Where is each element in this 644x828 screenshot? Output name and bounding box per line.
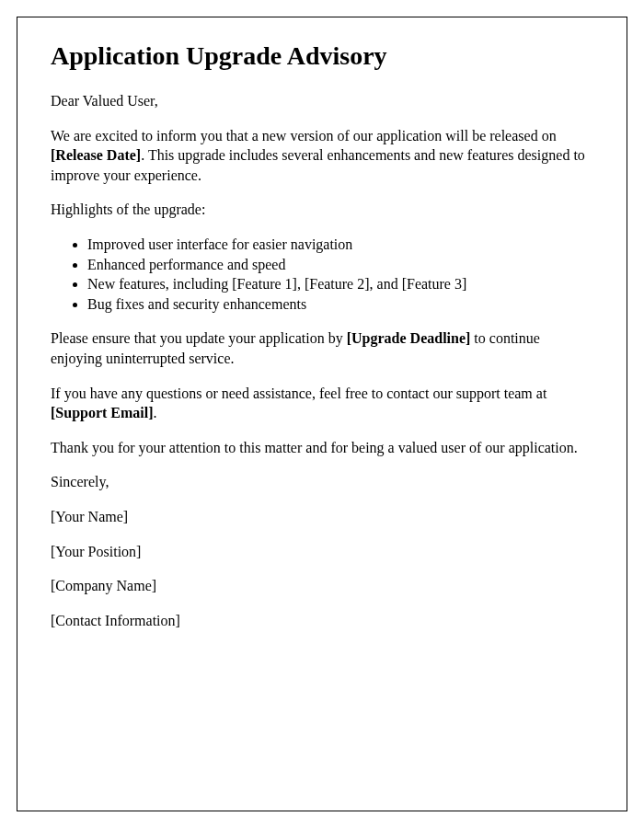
highlight-item: Bug fixes and security enhancements xyxy=(87,294,593,315)
highlight-item: Improved user interface for easier navig… xyxy=(87,235,593,255)
highlights-list: Improved user interface for easier navig… xyxy=(87,235,593,314)
highlight-item: Enhanced performance and speed xyxy=(87,255,593,275)
document-page: Application Upgrade Advisory Dear Valued… xyxy=(17,17,627,811)
support-paragraph: If you have any questions or need assist… xyxy=(51,384,593,423)
release-date-placeholder: [Release Date] xyxy=(51,147,141,163)
intro-paragraph: We are excited to inform you that a new … xyxy=(51,126,593,186)
support-text-2: . xyxy=(154,405,157,420)
highlights-heading: Highlights of the upgrade: xyxy=(51,200,593,220)
deadline-text-1: Please ensure that you update your appli… xyxy=(51,330,347,346)
signature-contact: [Contact Information] xyxy=(51,611,593,631)
support-text-1: If you have any questions or need assist… xyxy=(51,385,546,401)
page-title: Application Upgrade Advisory xyxy=(51,41,593,71)
deadline-paragraph: Please ensure that you update your appli… xyxy=(51,328,593,368)
thanks-paragraph: Thank you for your attention to this mat… xyxy=(51,438,593,458)
closing: Sincerely, xyxy=(51,472,593,492)
signature-company: [Company Name] xyxy=(51,576,593,596)
signature-name: [Your Name] xyxy=(51,507,593,527)
intro-text-1: We are excited to inform you that a new … xyxy=(51,128,557,144)
signature-position: [Your Position] xyxy=(51,542,593,562)
highlight-item: New features, including [Feature 1], [Fe… xyxy=(87,274,593,294)
upgrade-deadline-placeholder: [Upgrade Deadline] xyxy=(347,330,471,346)
salutation: Dear Valued User, xyxy=(51,91,593,111)
support-email-placeholder: [Support Email] xyxy=(51,405,154,420)
